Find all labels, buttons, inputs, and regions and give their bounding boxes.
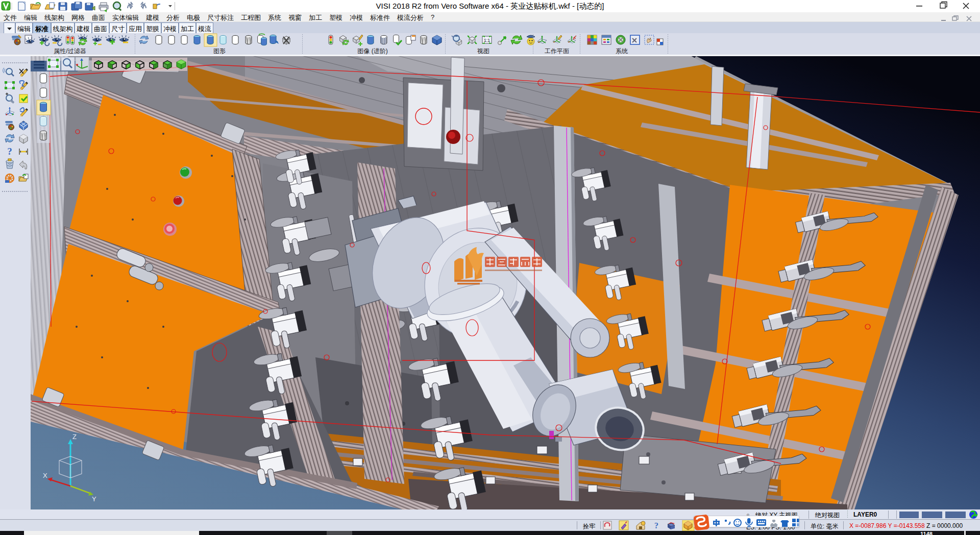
svg-text:X: X [43,472,47,479]
svg-text:1:1: 1:1 [484,38,491,43]
svg-text:视图: 视图 [477,47,489,55]
svg-text:Z: Z [72,433,77,441]
svg-text:系统: 系统 [616,47,628,55]
svg-text:7: 7 [776,524,778,527]
svg-text:工作平面: 工作平面 [545,47,569,55]
svg-text:Y: Y [92,495,96,503]
svg-text:属性/过滤器: 属性/过滤器 [54,47,86,55]
svg-text:?: ? [7,146,12,157]
svg-text:图形: 图形 [213,47,226,55]
svg-text:图像 (进阶): 图像 (进阶) [357,47,387,55]
